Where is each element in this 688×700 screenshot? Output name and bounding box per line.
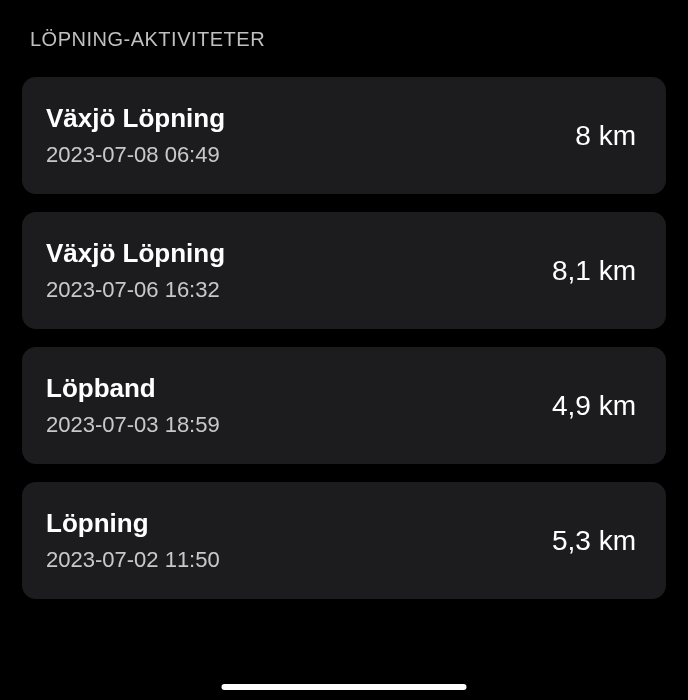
home-indicator[interactable] — [222, 684, 467, 690]
activity-info: Växjö Löpning 2023-07-06 16:32 — [46, 238, 225, 303]
section-header: LÖPNING-AKTIVITETER — [22, 28, 666, 51]
activity-card[interactable]: Löpband 2023-07-03 18:59 4,9 km — [22, 347, 666, 464]
activity-date: 2023-07-08 06:49 — [46, 142, 225, 168]
activity-distance: 8 km — [575, 120, 636, 152]
activity-distance: 4,9 km — [552, 390, 636, 422]
activity-date: 2023-07-06 16:32 — [46, 277, 225, 303]
activity-info: Växjö Löpning 2023-07-08 06:49 — [46, 103, 225, 168]
activity-title: Löpband — [46, 373, 220, 404]
activity-list: Växjö Löpning 2023-07-08 06:49 8 km Växj… — [22, 77, 666, 599]
activity-info: Löpband 2023-07-03 18:59 — [46, 373, 220, 438]
activity-title: Växjö Löpning — [46, 238, 225, 269]
activity-date: 2023-07-03 18:59 — [46, 412, 220, 438]
activity-distance: 8,1 km — [552, 255, 636, 287]
activity-title: Löpning — [46, 508, 220, 539]
activity-card[interactable]: Växjö Löpning 2023-07-06 16:32 8,1 km — [22, 212, 666, 329]
activity-title: Växjö Löpning — [46, 103, 225, 134]
activity-date: 2023-07-02 11:50 — [46, 547, 220, 573]
activity-card[interactable]: Växjö Löpning 2023-07-08 06:49 8 km — [22, 77, 666, 194]
activity-info: Löpning 2023-07-02 11:50 — [46, 508, 220, 573]
activity-distance: 5,3 km — [552, 525, 636, 557]
activity-card[interactable]: Löpning 2023-07-02 11:50 5,3 km — [22, 482, 666, 599]
